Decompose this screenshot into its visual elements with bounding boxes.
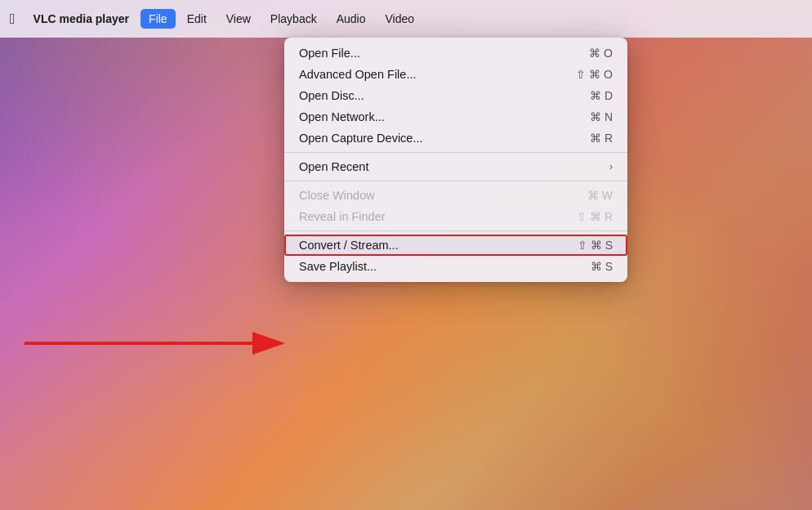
open-network-shortcut: ⌘ N [590,110,613,123]
audio-menu[interactable]: Audio [328,9,374,29]
separator-1 [284,152,627,153]
file-menu[interactable]: File [141,9,176,29]
advanced-open-file-item[interactable]: Advanced Open File... ⇧ ⌘ O [284,64,627,85]
view-menu[interactable]: View [218,9,259,29]
open-recent-item[interactable]: Open Recent › [284,156,627,177]
video-menu[interactable]: Video [377,9,422,29]
file-dropdown: Open File... ⌘ O Advanced Open File... ⇧… [284,38,627,282]
open-capture-device-shortcut: ⌘ R [590,132,613,145]
convert-stream-shortcut: ⇧ ⌘ S [578,239,613,252]
dropdown-panel: Open File... ⌘ O Advanced Open File... ⇧… [284,38,627,282]
open-capture-device-item[interactable]: Open Capture Device... ⌘ R [284,128,627,149]
apple-logo-icon[interactable]:  [10,11,16,28]
menubar:  VLC media player File Edit View Playba… [0,0,812,38]
advanced-open-file-shortcut: ⇧ ⌘ O [576,68,613,81]
submenu-chevron-icon: › [609,161,613,172]
edit-menu[interactable]: Edit [179,9,215,29]
open-disc-shortcut: ⌘ D [590,89,613,102]
save-playlist-label: Save Playlist... [299,260,574,273]
open-disc-item[interactable]: Open Disc... ⌘ D [284,85,627,106]
open-network-label: Open Network... [299,110,573,123]
reveal-in-finder-item[interactable]: Reveal in Finder ⇧ ⌘ R [284,206,627,227]
save-playlist-item[interactable]: Save Playlist... ⌘ S [284,256,627,277]
convert-stream-label: Convert / Stream... [299,239,561,252]
close-window-shortcut: ⌘ W [587,189,613,202]
convert-stream-item[interactable]: Convert / Stream... ⇧ ⌘ S [284,235,627,256]
open-capture-device-label: Open Capture Device... [299,132,573,145]
close-window-item[interactable]: Close Window ⌘ W [284,185,627,206]
open-file-shortcut: ⌘ O [589,47,613,60]
open-network-item[interactable]: Open Network... ⌘ N [284,106,627,128]
open-file-item[interactable]: Open File... ⌘ O [284,42,627,64]
open-recent-label: Open Recent [299,160,609,173]
advanced-open-file-label: Advanced Open File... [299,68,560,81]
save-playlist-shortcut: ⌘ S [591,260,613,273]
open-file-label: Open File... [299,47,573,60]
reveal-in-finder-shortcut: ⇧ ⌘ R [577,210,613,223]
close-window-label: Close Window [299,189,571,202]
reveal-in-finder-label: Reveal in Finder [299,210,560,223]
playback-menu[interactable]: Playback [262,9,325,29]
app-name-menu[interactable]: VLC media player [25,9,138,29]
separator-3 [284,230,627,231]
separator-2 [284,181,627,181]
open-disc-label: Open Disc... [299,89,573,102]
